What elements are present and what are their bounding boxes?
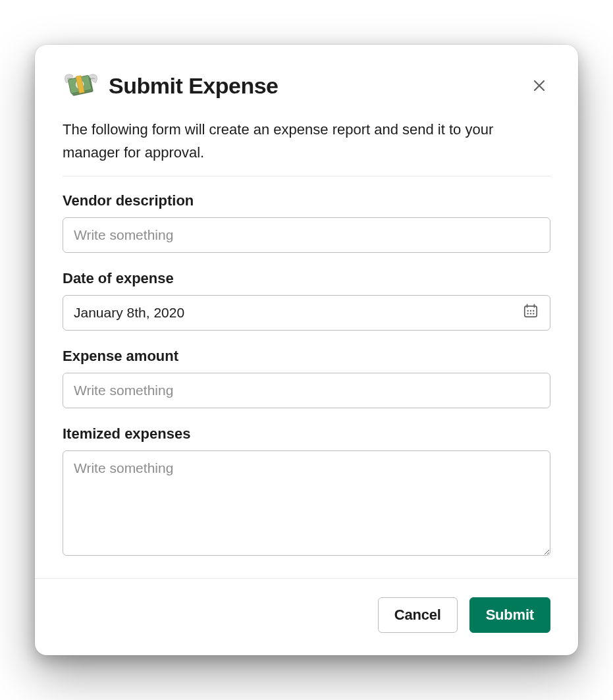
calendar-icon — [522, 302, 539, 323]
itemized-expenses-label: Itemized expenses — [63, 425, 550, 443]
close-icon — [531, 78, 547, 94]
cancel-button[interactable]: Cancel — [378, 597, 458, 633]
expense-amount-field: Expense amount — [63, 348, 550, 408]
date-of-expense-label: Date of expense — [63, 270, 550, 287]
date-picker[interactable]: January 8th, 2020 — [63, 295, 550, 331]
expense-amount-label: Expense amount — [63, 348, 550, 365]
modal-title: Submit Expense — [109, 73, 279, 99]
itemized-expenses-input[interactable] — [63, 450, 550, 556]
submit-button[interactable]: Submit — [469, 597, 550, 633]
itemized-expenses-field: Itemized expenses — [63, 425, 550, 558]
intro-text: The following form will create an expens… — [63, 119, 550, 163]
expense-amount-input[interactable] — [63, 373, 550, 408]
svg-point-10 — [527, 313, 528, 314]
svg-point-8 — [530, 310, 531, 311]
close-button[interactable] — [528, 74, 550, 97]
svg-point-11 — [530, 313, 531, 314]
svg-point-12 — [533, 313, 534, 314]
modal-header: $ Submit Expense — [35, 45, 578, 111]
vendor-description-input[interactable] — [63, 217, 550, 253]
vendor-description-label: Vendor description — [63, 192, 550, 209]
submit-expense-modal: $ Submit Expense The following form will… — [35, 45, 578, 655]
svg-point-7 — [527, 310, 528, 311]
money-wings-icon: $ — [63, 67, 99, 104]
date-value: January 8th, 2020 — [74, 305, 184, 321]
svg-point-9 — [533, 310, 534, 311]
divider — [63, 176, 550, 176]
modal-body: The following form will create an expens… — [35, 111, 578, 578]
date-of-expense-field: Date of expense January 8th, 2020 — [63, 270, 550, 331]
vendor-description-field: Vendor description — [63, 192, 550, 253]
modal-footer: Cancel Submit — [35, 578, 578, 655]
